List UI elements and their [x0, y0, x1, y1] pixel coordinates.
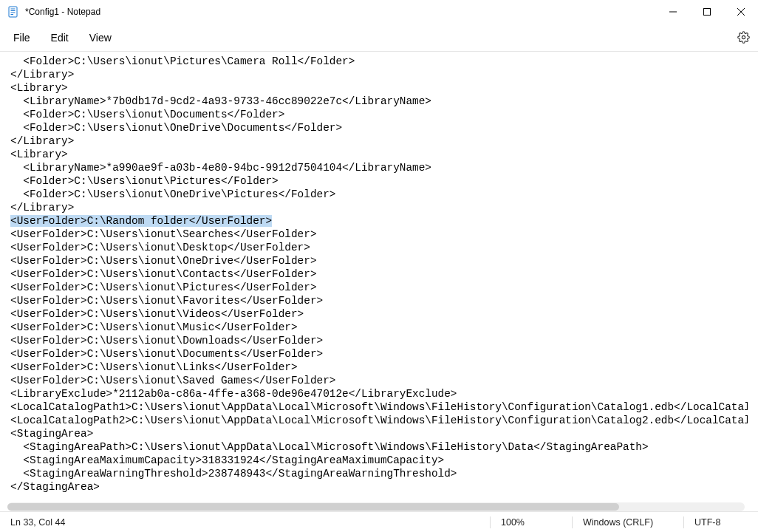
- close-button[interactable]: [724, 0, 758, 24]
- scrollbar-thumb[interactable]: [7, 503, 619, 511]
- editor-line[interactable]: <Folder>C:\Users\ionut\Documents</Folder…: [10, 108, 748, 121]
- horizontal-scrollbar[interactable]: [7, 502, 745, 511]
- status-bar: Ln 33, Col 44 100% Windows (CRLF) UTF-8: [0, 511, 758, 532]
- status-position: Ln 33, Col 44: [0, 517, 75, 528]
- menu-file[interactable]: File: [3, 27, 41, 48]
- editor-line[interactable]: <Folder>C:\Users\ionut\Pictures\Camera R…: [10, 55, 748, 68]
- editor-line[interactable]: </Library>: [10, 201, 748, 214]
- menu-bar: File Edit View: [0, 24, 758, 52]
- editor-line[interactable]: <StagingAreaWarningThreshold>238748943</…: [10, 467, 748, 480]
- editor-line[interactable]: <Library>: [10, 81, 748, 95]
- gear-icon: [737, 31, 750, 44]
- editor-line[interactable]: </StagingArea>: [10, 480, 748, 494]
- menu-edit[interactable]: Edit: [41, 27, 79, 48]
- svg-rect-6: [704, 9, 711, 16]
- title-icon-area: *Config1 - Notepad: [0, 6, 108, 18]
- editor-area: <Folder>C:\Users\ionut\Pictures\Camera R…: [0, 52, 758, 511]
- editor-line[interactable]: <UserFolder>C:\Users\ionut\Searches</Use…: [10, 228, 748, 241]
- editor-line[interactable]: <UserFolder>C:\Users\ionut\Videos</UserF…: [10, 307, 748, 321]
- editor-line[interactable]: </Library>: [10, 68, 748, 81]
- svg-rect-0: [9, 7, 17, 17]
- editor-line[interactable]: <Folder>C:\Users\ionut\OneDrive\Document…: [10, 121, 748, 134]
- editor-line[interactable]: <StagingAreaPath>C:\Users\ionut\AppData\…: [10, 440, 748, 454]
- editor-line[interactable]: <UserFolder>C:\Users\ionut\Links</UserFo…: [10, 361, 748, 374]
- notepad-window: *Config1 - Notepad File Edit View: [0, 0, 758, 532]
- maximize-button[interactable]: [690, 0, 724, 24]
- editor-line[interactable]: <StagingArea>: [10, 427, 748, 440]
- editor-line[interactable]: <UserFolder>C:\Random folder</UserFolder…: [10, 214, 748, 228]
- editor-line[interactable]: <LibraryExclude>*2112ab0a-c86a-4ffe-a368…: [10, 387, 748, 400]
- editor-line[interactable]: <UserFolder>C:\Users\ionut\Desktop</User…: [10, 241, 748, 254]
- editor-line[interactable]: <UserFolder>C:\Users\ionut\OneDrive</Use…: [10, 254, 748, 267]
- status-zoom: 100%: [491, 517, 572, 528]
- editor-line[interactable]: <UserFolder>C:\Users\ionut\Music</UserFo…: [10, 321, 748, 334]
- status-line-ending: Windows (CRLF): [573, 517, 683, 528]
- menu-view[interactable]: View: [79, 27, 122, 48]
- title-bar: *Config1 - Notepad: [0, 0, 758, 24]
- editor-line[interactable]: <StagingAreaMaximumCapacity>318331924</S…: [10, 454, 748, 467]
- caption-buttons: [656, 0, 758, 24]
- settings-button[interactable]: [728, 24, 758, 52]
- svg-point-9: [742, 35, 745, 38]
- editor-line[interactable]: <UserFolder>C:\Users\ionut\Pictures</Use…: [10, 281, 748, 294]
- editor-line[interactable]: <UserFolder>C:\Users\ionut\Contacts</Use…: [10, 267, 748, 281]
- editor-line[interactable]: <LocalCatalogPath1>C:\Users\ionut\AppDat…: [10, 400, 748, 414]
- status-encoding: UTF-8: [684, 517, 758, 528]
- editor-line[interactable]: <UserFolder>C:\Users\ionut\Documents</Us…: [10, 347, 748, 361]
- editor-line[interactable]: <LibraryName>*a990ae9f-a03b-4e80-94bc-99…: [10, 161, 748, 174]
- window-title: *Config1 - Notepad: [25, 7, 100, 17]
- editor-line[interactable]: <Folder>C:\Users\ionut\OneDrive\Pictures…: [10, 188, 748, 201]
- editor-line[interactable]: <Library>: [10, 148, 748, 161]
- editor-line[interactable]: <UserFolder>C:\Users\ionut\Saved Games</…: [10, 374, 748, 387]
- editor-line[interactable]: <Folder>C:\Users\ionut\Pictures</Folder>: [10, 174, 748, 188]
- editor-line[interactable]: <LocalCatalogPath2>C:\Users\ionut\AppDat…: [10, 414, 748, 427]
- notepad-icon: [7, 6, 19, 18]
- editor-line[interactable]: </Library>: [10, 134, 748, 148]
- editor-line[interactable]: <UserFolder>C:\Users\ionut\Downloads</Us…: [10, 334, 748, 347]
- editor-line[interactable]: <LibraryName>*7b0db17d-9cd2-4a93-9733-46…: [10, 95, 748, 108]
- editor-line[interactable]: <UserFolder>C:\Users\ionut\Favorites</Us…: [10, 294, 748, 307]
- minimize-button[interactable]: [656, 0, 690, 24]
- text-editor[interactable]: <Folder>C:\Users\ionut\Pictures\Camera R…: [0, 52, 758, 511]
